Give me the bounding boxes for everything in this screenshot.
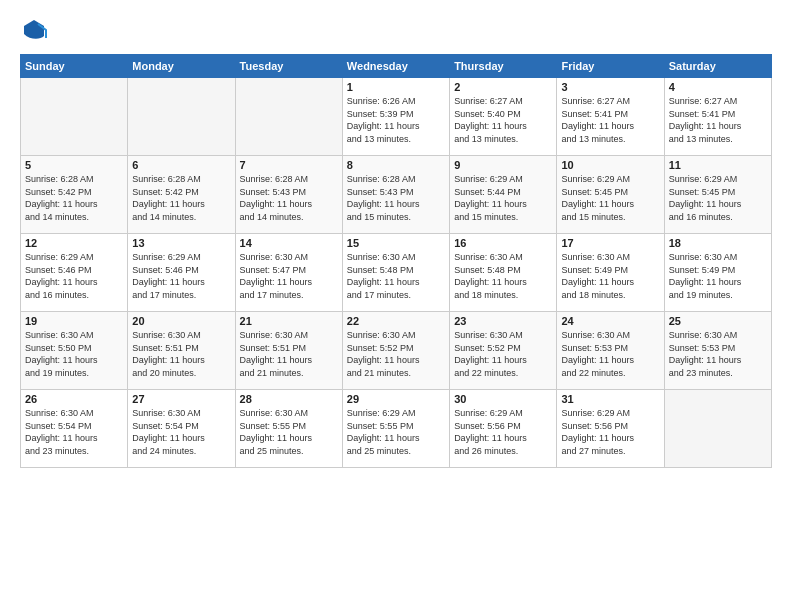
day-header-friday: Friday bbox=[557, 55, 664, 78]
day-number: 6 bbox=[132, 159, 230, 171]
calendar-cell: 7Sunrise: 6:28 AM Sunset: 5:43 PM Daylig… bbox=[235, 156, 342, 234]
calendar-week-row: 1Sunrise: 6:26 AM Sunset: 5:39 PM Daylig… bbox=[21, 78, 772, 156]
logo-icon bbox=[20, 16, 48, 44]
day-number: 20 bbox=[132, 315, 230, 327]
day-number: 23 bbox=[454, 315, 552, 327]
day-info: Sunrise: 6:28 AM Sunset: 5:43 PM Dayligh… bbox=[240, 173, 338, 223]
day-number: 25 bbox=[669, 315, 767, 327]
calendar-cell: 12Sunrise: 6:29 AM Sunset: 5:46 PM Dayli… bbox=[21, 234, 128, 312]
calendar-cell: 1Sunrise: 6:26 AM Sunset: 5:39 PM Daylig… bbox=[342, 78, 449, 156]
calendar-cell: 18Sunrise: 6:30 AM Sunset: 5:49 PM Dayli… bbox=[664, 234, 771, 312]
day-number: 31 bbox=[561, 393, 659, 405]
day-header-monday: Monday bbox=[128, 55, 235, 78]
calendar-cell: 28Sunrise: 6:30 AM Sunset: 5:55 PM Dayli… bbox=[235, 390, 342, 468]
calendar-cell: 29Sunrise: 6:29 AM Sunset: 5:55 PM Dayli… bbox=[342, 390, 449, 468]
calendar-cell: 22Sunrise: 6:30 AM Sunset: 5:52 PM Dayli… bbox=[342, 312, 449, 390]
calendar-cell: 21Sunrise: 6:30 AM Sunset: 5:51 PM Dayli… bbox=[235, 312, 342, 390]
day-number: 17 bbox=[561, 237, 659, 249]
day-info: Sunrise: 6:30 AM Sunset: 5:49 PM Dayligh… bbox=[561, 251, 659, 301]
day-number: 2 bbox=[454, 81, 552, 93]
calendar-cell: 15Sunrise: 6:30 AM Sunset: 5:48 PM Dayli… bbox=[342, 234, 449, 312]
calendar-cell: 4Sunrise: 6:27 AM Sunset: 5:41 PM Daylig… bbox=[664, 78, 771, 156]
day-number: 7 bbox=[240, 159, 338, 171]
calendar-cell: 25Sunrise: 6:30 AM Sunset: 5:53 PM Dayli… bbox=[664, 312, 771, 390]
day-info: Sunrise: 6:27 AM Sunset: 5:41 PM Dayligh… bbox=[561, 95, 659, 145]
calendar-cell bbox=[21, 78, 128, 156]
day-number: 16 bbox=[454, 237, 552, 249]
day-info: Sunrise: 6:30 AM Sunset: 5:47 PM Dayligh… bbox=[240, 251, 338, 301]
calendar-cell: 23Sunrise: 6:30 AM Sunset: 5:52 PM Dayli… bbox=[450, 312, 557, 390]
day-info: Sunrise: 6:29 AM Sunset: 5:55 PM Dayligh… bbox=[347, 407, 445, 457]
day-info: Sunrise: 6:28 AM Sunset: 5:43 PM Dayligh… bbox=[347, 173, 445, 223]
day-info: Sunrise: 6:30 AM Sunset: 5:55 PM Dayligh… bbox=[240, 407, 338, 457]
calendar-cell: 27Sunrise: 6:30 AM Sunset: 5:54 PM Dayli… bbox=[128, 390, 235, 468]
calendar-cell bbox=[664, 390, 771, 468]
calendar-cell: 20Sunrise: 6:30 AM Sunset: 5:51 PM Dayli… bbox=[128, 312, 235, 390]
day-info: Sunrise: 6:27 AM Sunset: 5:40 PM Dayligh… bbox=[454, 95, 552, 145]
day-number: 22 bbox=[347, 315, 445, 327]
day-info: Sunrise: 6:30 AM Sunset: 5:53 PM Dayligh… bbox=[669, 329, 767, 379]
calendar-cell: 14Sunrise: 6:30 AM Sunset: 5:47 PM Dayli… bbox=[235, 234, 342, 312]
day-number: 3 bbox=[561, 81, 659, 93]
day-info: Sunrise: 6:30 AM Sunset: 5:51 PM Dayligh… bbox=[240, 329, 338, 379]
calendar-cell: 10Sunrise: 6:29 AM Sunset: 5:45 PM Dayli… bbox=[557, 156, 664, 234]
day-number: 30 bbox=[454, 393, 552, 405]
day-info: Sunrise: 6:29 AM Sunset: 5:56 PM Dayligh… bbox=[561, 407, 659, 457]
calendar-cell: 2Sunrise: 6:27 AM Sunset: 5:40 PM Daylig… bbox=[450, 78, 557, 156]
calendar-cell: 17Sunrise: 6:30 AM Sunset: 5:49 PM Dayli… bbox=[557, 234, 664, 312]
calendar-cell: 11Sunrise: 6:29 AM Sunset: 5:45 PM Dayli… bbox=[664, 156, 771, 234]
calendar-cell: 6Sunrise: 6:28 AM Sunset: 5:42 PM Daylig… bbox=[128, 156, 235, 234]
calendar-cell: 30Sunrise: 6:29 AM Sunset: 5:56 PM Dayli… bbox=[450, 390, 557, 468]
day-number: 9 bbox=[454, 159, 552, 171]
day-info: Sunrise: 6:30 AM Sunset: 5:53 PM Dayligh… bbox=[561, 329, 659, 379]
calendar-week-row: 5Sunrise: 6:28 AM Sunset: 5:42 PM Daylig… bbox=[21, 156, 772, 234]
day-info: Sunrise: 6:28 AM Sunset: 5:42 PM Dayligh… bbox=[132, 173, 230, 223]
day-info: Sunrise: 6:30 AM Sunset: 5:54 PM Dayligh… bbox=[132, 407, 230, 457]
calendar-week-row: 19Sunrise: 6:30 AM Sunset: 5:50 PM Dayli… bbox=[21, 312, 772, 390]
calendar-cell: 8Sunrise: 6:28 AM Sunset: 5:43 PM Daylig… bbox=[342, 156, 449, 234]
day-info: Sunrise: 6:30 AM Sunset: 5:52 PM Dayligh… bbox=[454, 329, 552, 379]
day-number: 11 bbox=[669, 159, 767, 171]
calendar-cell: 9Sunrise: 6:29 AM Sunset: 5:44 PM Daylig… bbox=[450, 156, 557, 234]
day-number: 18 bbox=[669, 237, 767, 249]
day-number: 5 bbox=[25, 159, 123, 171]
calendar-week-row: 12Sunrise: 6:29 AM Sunset: 5:46 PM Dayli… bbox=[21, 234, 772, 312]
day-info: Sunrise: 6:29 AM Sunset: 5:45 PM Dayligh… bbox=[669, 173, 767, 223]
day-number: 24 bbox=[561, 315, 659, 327]
calendar-cell: 5Sunrise: 6:28 AM Sunset: 5:42 PM Daylig… bbox=[21, 156, 128, 234]
day-info: Sunrise: 6:30 AM Sunset: 5:48 PM Dayligh… bbox=[454, 251, 552, 301]
day-number: 13 bbox=[132, 237, 230, 249]
day-info: Sunrise: 6:27 AM Sunset: 5:41 PM Dayligh… bbox=[669, 95, 767, 145]
day-number: 28 bbox=[240, 393, 338, 405]
day-number: 14 bbox=[240, 237, 338, 249]
calendar-week-row: 26Sunrise: 6:30 AM Sunset: 5:54 PM Dayli… bbox=[21, 390, 772, 468]
calendar-cell: 24Sunrise: 6:30 AM Sunset: 5:53 PM Dayli… bbox=[557, 312, 664, 390]
day-info: Sunrise: 6:30 AM Sunset: 5:50 PM Dayligh… bbox=[25, 329, 123, 379]
calendar-table: SundayMondayTuesdayWednesdayThursdayFrid… bbox=[20, 54, 772, 468]
day-number: 15 bbox=[347, 237, 445, 249]
day-info: Sunrise: 6:28 AM Sunset: 5:42 PM Dayligh… bbox=[25, 173, 123, 223]
header bbox=[20, 16, 772, 44]
day-number: 10 bbox=[561, 159, 659, 171]
day-header-tuesday: Tuesday bbox=[235, 55, 342, 78]
page: SundayMondayTuesdayWednesdayThursdayFrid… bbox=[0, 0, 792, 612]
calendar-cell: 3Sunrise: 6:27 AM Sunset: 5:41 PM Daylig… bbox=[557, 78, 664, 156]
day-info: Sunrise: 6:29 AM Sunset: 5:46 PM Dayligh… bbox=[25, 251, 123, 301]
day-number: 12 bbox=[25, 237, 123, 249]
day-number: 4 bbox=[669, 81, 767, 93]
calendar-cell: 13Sunrise: 6:29 AM Sunset: 5:46 PM Dayli… bbox=[128, 234, 235, 312]
day-info: Sunrise: 6:30 AM Sunset: 5:49 PM Dayligh… bbox=[669, 251, 767, 301]
logo bbox=[20, 16, 52, 44]
calendar-cell: 16Sunrise: 6:30 AM Sunset: 5:48 PM Dayli… bbox=[450, 234, 557, 312]
day-info: Sunrise: 6:30 AM Sunset: 5:51 PM Dayligh… bbox=[132, 329, 230, 379]
calendar-cell bbox=[235, 78, 342, 156]
day-number: 1 bbox=[347, 81, 445, 93]
calendar-cell: 31Sunrise: 6:29 AM Sunset: 5:56 PM Dayli… bbox=[557, 390, 664, 468]
day-number: 26 bbox=[25, 393, 123, 405]
calendar-header-row: SundayMondayTuesdayWednesdayThursdayFrid… bbox=[21, 55, 772, 78]
day-number: 29 bbox=[347, 393, 445, 405]
day-info: Sunrise: 6:26 AM Sunset: 5:39 PM Dayligh… bbox=[347, 95, 445, 145]
day-info: Sunrise: 6:30 AM Sunset: 5:54 PM Dayligh… bbox=[25, 407, 123, 457]
day-number: 21 bbox=[240, 315, 338, 327]
day-number: 27 bbox=[132, 393, 230, 405]
